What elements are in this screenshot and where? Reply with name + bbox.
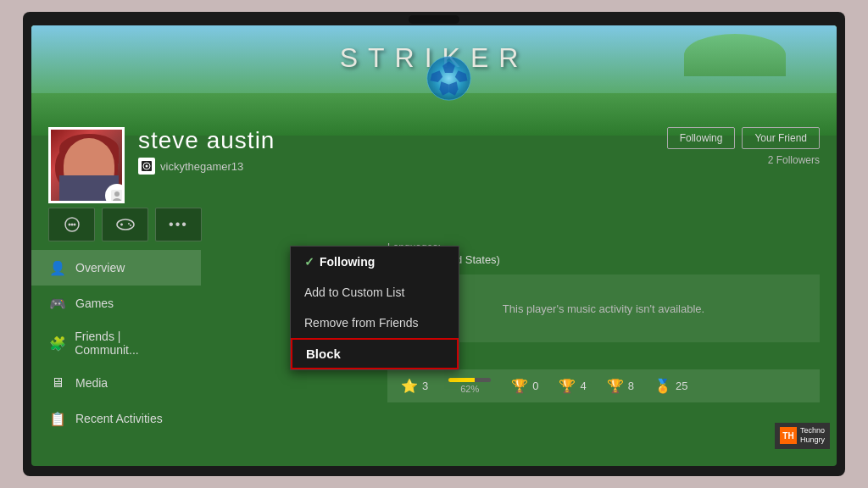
more-dots-label: •••: [169, 217, 188, 232]
watermark-text: Techno Hungry: [800, 426, 825, 446]
sidebar: 👤 Overview 🎮 Games 🧩 Friends | Communit.…: [31, 250, 201, 436]
svg-point-21: [130, 225, 131, 226]
tab-chat[interactable]: [48, 208, 95, 241]
sidebar-item-friends[interactable]: 🧩 Friends | Communit...: [31, 321, 201, 365]
profile-buttons: Following Your Friend: [667, 127, 820, 149]
profile-actions: Following Your Friend 2 Followers: [667, 127, 820, 166]
dropdown-item-custom-list[interactable]: Add to Custom List: [291, 277, 459, 308]
soccer-ball-icon: [426, 55, 472, 102]
media-icon: 🖥: [48, 374, 67, 392]
dropdown-remove-friends-label: Remove from Friends: [304, 316, 419, 330]
dropdown-custom-list-label: Add to Custom List: [304, 286, 404, 299]
svg-point-17: [117, 219, 134, 230]
profile-platform-icon: [138, 158, 155, 175]
following-button[interactable]: Following: [667, 127, 736, 149]
svg-point-20: [128, 223, 130, 225]
trophy-total-item: 🏅 25: [654, 378, 687, 394]
watermark-line2: Hungry: [800, 435, 825, 446]
svg-point-12: [146, 165, 148, 168]
trophy-progress: 62%: [448, 378, 491, 394]
tv-screen: STRIKER: [31, 25, 837, 466]
trophy-platinum: ⭐ 3: [401, 378, 428, 394]
tab-gamepad[interactable]: [102, 208, 148, 241]
sidebar-friends-label: Friends | Communit...: [75, 330, 184, 357]
trophy-silver-count: 4: [580, 380, 586, 392]
nav-tabs: •••: [48, 208, 202, 241]
dropdown-block-label: Block: [306, 347, 341, 361]
dropdown-item-remove-friends[interactable]: Remove from Friends: [291, 308, 459, 338]
svg-point-8: [114, 191, 120, 197]
svg-point-14: [68, 224, 70, 226]
profile-name: steve austin: [138, 127, 654, 154]
friends-icon: 🧩: [48, 334, 66, 352]
avatar: [48, 127, 125, 203]
trophy-star-count: 3: [422, 380, 428, 392]
svg-point-16: [73, 224, 75, 226]
watermark-icon: TH: [780, 427, 797, 444]
watermark: TH Techno Hungry: [775, 423, 830, 449]
dropdown-item-block[interactable]: Block: [291, 338, 459, 369]
profile-section: steve austin vickythegamer13 Following: [31, 119, 837, 212]
profile-info: steve austin vickythegamer13: [138, 127, 654, 175]
dropdown-item-following[interactable]: ✓ Following: [291, 247, 459, 277]
sidebar-item-overview[interactable]: 👤 Overview: [31, 250, 201, 286]
sub-avatar-icon: [111, 190, 123, 202]
sidebar-item-recent[interactable]: 📋 Recent Activities: [31, 401, 201, 436]
bronze-trophy-icon: 🏆: [607, 378, 624, 394]
trophy-bronze-item: 🏆 8: [607, 378, 634, 394]
tv-frame: STRIKER: [23, 12, 845, 476]
star-trophy-icon: ⭐: [401, 378, 418, 394]
progress-bar: [448, 378, 491, 382]
profile-username-text: vickythegamer13: [160, 160, 243, 173]
music-unavailable-text: This player's music activity isn't avail…: [503, 302, 704, 315]
trophy-total-count: 25: [676, 380, 687, 392]
dropdown-menu: ✓ Following Add to Custom List Remove fr…: [290, 246, 459, 370]
sidebar-games-label: Games: [75, 297, 114, 310]
dropdown-following-label: Following: [320, 255, 375, 269]
trophies-bar: ⭐ 3 62% 🏆 0 🏆 4: [387, 369, 820, 402]
gold-trophy-icon: 🏆: [511, 378, 528, 394]
trophy-bronze-count: 8: [628, 380, 634, 392]
profile-username-row: vickythegamer13: [138, 158, 654, 175]
check-icon: ✓: [304, 255, 314, 269]
games-icon: 🎮: [48, 294, 67, 313]
tv-camera: [409, 15, 459, 24]
progress-percent: 62%: [460, 384, 479, 394]
banner-island: [684, 34, 786, 76]
sidebar-overview-label: Overview: [75, 261, 125, 274]
silver-trophy-icon: 🏆: [559, 378, 576, 394]
followers-count: 2 Followers: [768, 154, 820, 166]
your-friend-button[interactable]: Your Friend: [742, 127, 820, 149]
total-trophy-icon: 🏅: [654, 378, 671, 394]
overview-icon: 👤: [48, 258, 67, 277]
sidebar-recent-label: Recent Activities: [75, 412, 163, 425]
sub-avatar: [105, 184, 125, 203]
trophy-gold-count: 0: [532, 380, 538, 392]
chat-icon: [63, 215, 81, 234]
trophy-silver-item: 🏆 4: [559, 378, 586, 394]
progress-fill: [448, 378, 475, 382]
sidebar-media-label: Media: [75, 376, 108, 390]
sidebar-item-games[interactable]: 🎮 Games: [31, 286, 201, 321]
gamepad-icon: [116, 219, 135, 230]
trophy-gold-item: 🏆 0: [511, 378, 538, 394]
svg-point-15: [70, 224, 73, 226]
tab-more[interactable]: •••: [155, 208, 202, 241]
recent-icon: 📋: [48, 409, 67, 428]
sidebar-item-media[interactable]: 🖥 Media: [31, 365, 201, 401]
watermark-line1: Techno: [800, 426, 825, 436]
